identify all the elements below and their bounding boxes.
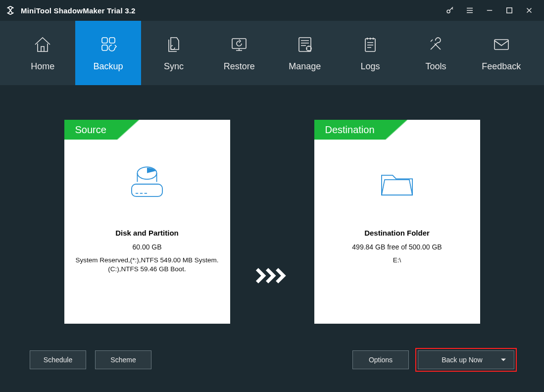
app-logo-icon [5,5,16,16]
tab-label: Backup [94,61,123,72]
tab-label: Manage [289,61,321,72]
svg-rect-1 [507,8,512,13]
scheme-button[interactable]: Scheme [95,350,151,369]
source-tab-label: Source [64,120,117,140]
tab-home[interactable]: Home [10,21,75,85]
source-size: 60.00 GB [132,243,161,251]
tab-sync[interactable]: Sync [141,21,206,85]
tab-tools[interactable]: Tools [403,21,468,85]
tab-manage[interactable]: Manage [272,21,338,85]
tab-label: Feedback [482,61,521,72]
disk-icon [125,164,169,204]
nav-tabs: Home Backup Sync Restore [0,21,544,85]
tab-label: Home [31,61,54,72]
schedule-button[interactable]: Schedule [30,350,86,369]
tab-label: Sync [164,61,184,72]
app-title: MiniTool ShadowMaker Trial 3.2 [21,6,136,15]
destination-title: Destination Folder [364,229,430,237]
source-detail: System Reserved,(*:),NTFS 549.00 MB Syst… [64,256,230,274]
arrow-icon [255,266,290,286]
bottom-bar: Schedule Scheme Options Back up Now [0,338,544,392]
svg-rect-3 [109,38,115,43]
source-title: Disk and Partition [115,229,179,237]
tab-label: Restore [224,61,255,72]
tab-restore[interactable]: Restore [206,21,272,85]
destination-detail: E:\ [388,256,406,265]
svg-rect-2 [102,38,107,43]
svg-rect-10 [132,184,162,196]
tab-label: Tools [425,61,446,72]
svg-point-0 [447,10,450,13]
main-area: Source Disk and Partition 60.00 GB Syste… [0,85,544,338]
close-icon[interactable] [519,0,539,21]
svg-rect-4 [102,45,107,50]
destination-size: 499.84 GB free of 500.00 GB [352,243,442,251]
key-icon[interactable] [440,0,460,21]
minimize-icon[interactable] [480,0,499,21]
tab-backup[interactable]: Backup [75,21,141,85]
destination-tab-label: Destination [314,120,386,140]
options-button[interactable]: Options [352,350,409,369]
tab-logs[interactable]: Logs [338,21,403,85]
destination-card[interactable]: Destination Destination Folder 499.84 GB… [314,120,480,324]
tab-label: Logs [361,61,380,72]
titlebar: MiniTool ShadowMaker Trial 3.2 [0,0,544,21]
svg-rect-9 [495,40,508,49]
backup-now-button[interactable]: Back up Now [418,350,514,369]
folder-icon [375,164,419,204]
tab-feedback[interactable]: Feedback [469,21,534,85]
menu-icon[interactable] [460,0,480,21]
svg-rect-6 [299,38,311,51]
source-card[interactable]: Source Disk and Partition 60.00 GB Syste… [64,120,230,324]
maximize-icon[interactable] [499,0,519,21]
